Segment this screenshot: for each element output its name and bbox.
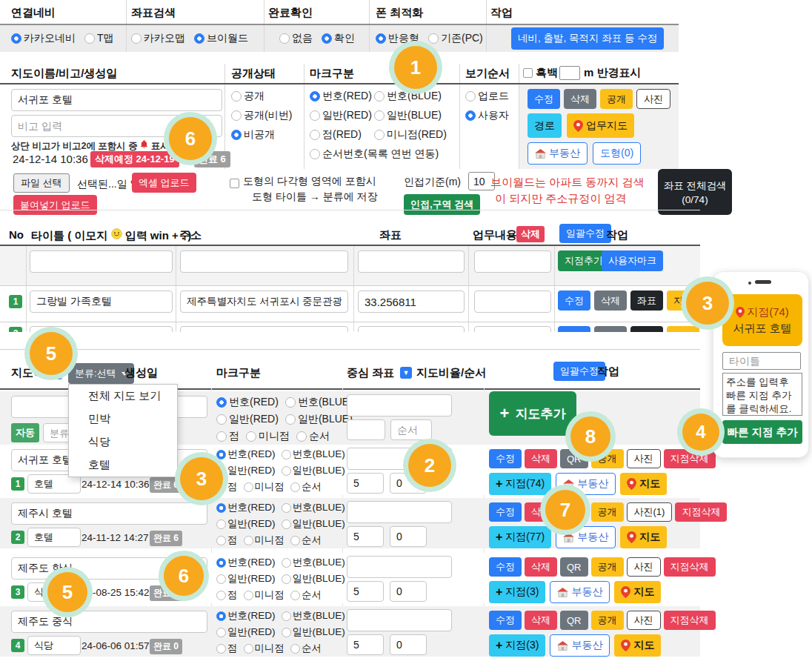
radio-number-blue[interactable]: 번호(BLUE) [282,501,345,514]
radio-dot-red[interactable]: 점(RED) [310,128,362,142]
radio-normal-red[interactable]: 일반(RED) [216,517,276,531]
minimize-dash-icon[interactable] [755,280,771,284]
points-button[interactable]: +지점(3) [489,581,545,603]
radio-user-order[interactable]: 사용자 [465,109,509,122]
point-work-input[interactable] [474,326,551,332]
radio-kakaomap[interactable]: 카카오맵 [131,32,185,45]
radio-order[interactable]: 순서 [290,588,322,602]
point-coord-input[interactable] [358,326,465,332]
open-button[interactable]: 공개 [591,557,624,577]
quick-address-textarea[interactable]: 주소를 입력후 빠른 지점 추가 를 클릭하세요. [722,373,802,416]
points-button[interactable]: +지점(77) [489,526,551,548]
map-button[interactable]: 지도 [620,473,667,495]
center-coord-icon[interactable]: ▼ [400,367,412,379]
radio-none[interactable]: 없음 [279,32,313,45]
radio-number-blue[interactable]: 번호(BLUE) [282,556,345,569]
point-address-input[interactable] [180,290,348,313]
points-button[interactable]: +지점(74) [489,473,551,495]
point-title-input[interactable] [30,290,173,313]
auto-badge[interactable]: 자동 [11,423,39,442]
photo-button[interactable]: 사진 [627,449,661,468]
menu-item-restaurant[interactable]: 식당 [69,431,177,454]
map-button[interactable]: 지도 [620,526,667,548]
delete-button[interactable]: 삭제 [594,326,627,332]
radio-vworld[interactable]: 브이월드 [194,32,248,45]
radio-normal-red[interactable]: 일반(RED) [216,625,276,639]
edit-navi-coords-button[interactable]: 네비, 출발, 목적지 좌표 등 수정 [511,27,664,50]
minimize-dot-icon[interactable] [748,282,751,285]
qr-button[interactable]: QR [560,557,588,577]
bw-checkbox[interactable] [523,68,533,78]
edit-button[interactable]: 수정 [558,326,590,332]
radio-open-password[interactable]: 공개(비번) [231,109,292,122]
new-order-input[interactable] [390,419,432,440]
filter-work-input[interactable] [474,250,551,273]
real-estate-button[interactable]: 부동산 [550,581,610,603]
center-coord-input[interactable] [347,609,452,631]
delete-button[interactable]: 삭제 [525,449,557,468]
new-center-coord-input[interactable] [347,394,452,416]
delete-points-button[interactable]: 지점삭제 [664,449,716,468]
route-button[interactable]: 경로 [528,113,562,138]
filter-title-input[interactable] [30,250,173,273]
open-button[interactable]: 공개 [591,611,624,630]
filter-address-input[interactable] [180,250,348,273]
map-button[interactable]: 지도 [614,634,661,657]
zoom-input[interactable] [347,581,384,602]
order-input[interactable] [390,526,427,547]
edit-button[interactable]: 수정 [489,611,522,630]
open-button[interactable]: 공개 [591,502,624,522]
map-name-input[interactable] [11,502,207,525]
radio-normal-red[interactable]: 일반(RED) [216,572,276,585]
center-coord-input[interactable] [347,556,452,578]
radio-normal-blue[interactable]: 일반(BLUE) [282,625,345,639]
order-input[interactable] [390,581,427,602]
radio-dot[interactable]: 점 [216,534,238,547]
add-map-button[interactable]: + 지도추가 [489,391,576,436]
current-points-button[interactable]: 지점(74) 서귀포 호텔 [722,294,802,346]
radio-number-blue[interactable]: 번호(BLUE) [282,609,345,622]
radio-dot[interactable]: 점 [216,430,239,443]
delete-button[interactable]: 삭제 [564,89,596,109]
photo-button[interactable]: 사진 [636,89,670,109]
shape-button[interactable]: 도형(0) [593,142,641,165]
work-map-button[interactable]: 업무지도 [567,113,634,138]
radio-private[interactable]: 비공개 [231,128,275,142]
zoom-input[interactable] [347,634,384,655]
radius-input[interactable] [559,66,580,80]
shape-save-checkbox[interactable] [230,179,239,188]
map-name-input[interactable] [11,89,222,111]
radio-number-red[interactable]: 번호(RED) [216,501,276,514]
radio-order[interactable]: 순서 [290,642,322,655]
radio-normal-blue[interactable]: 일반(BLUE) [282,517,345,531]
radio-number-red[interactable]: 번호(RED) [216,396,279,409]
map-button[interactable]: 지도 [667,326,699,332]
category-input[interactable] [27,636,81,655]
menu-item-hotel[interactable]: 호텔 [69,454,177,477]
work-delete-badge[interactable]: 삭제 [516,226,545,242]
radio-number-blue[interactable]: 번호(BLUE) [282,448,345,461]
radio-normal-red[interactable]: 일반(RED) [310,109,372,122]
quick-title-input[interactable] [722,352,801,370]
radio-dot[interactable]: 점 [216,642,238,655]
radio-number-red[interactable]: 번호(RED) [216,556,276,569]
radio-normal-red[interactable]: 일반(RED) [216,464,276,477]
radio-legacy-pc[interactable]: 기존(PC) [428,32,483,45]
edit-button[interactable]: 수정 [528,89,560,109]
menu-item-minbak[interactable]: 민박 [69,408,177,431]
radio-open[interactable]: 공개 [231,90,264,103]
radio-normal-blue[interactable]: 일반(BLUE) [285,413,353,426]
radio-responsive[interactable]: 반응형 [376,32,419,45]
open-button[interactable]: 공개 [600,89,633,109]
radio-minidot[interactable]: 미니점 [244,588,285,602]
center-coord-input[interactable] [347,501,452,523]
delete-button[interactable]: 삭제 [594,290,627,311]
bulk-edit-button[interactable]: 일괄수정 [559,224,611,243]
delete-points-button[interactable]: 지점삭제 [664,557,716,577]
radio-minidot-red[interactable]: 미니점(RED) [374,128,447,142]
radio-minidot[interactable]: 미니점 [246,430,290,443]
coord-button[interactable]: 좌표 [630,326,663,332]
edit-button[interactable]: 수정 [558,290,590,311]
point-title-input[interactable] [30,326,173,332]
radio-kakaonavi[interactable]: 카카오네비 [11,32,76,45]
